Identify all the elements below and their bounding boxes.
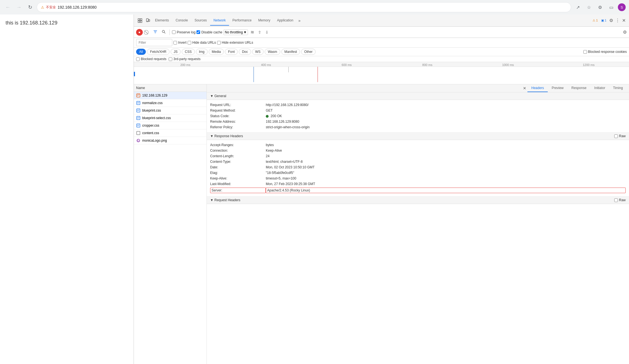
- device-icon-button[interactable]: [144, 17, 152, 24]
- filter-tag-wasm[interactable]: Wasm: [265, 49, 280, 55]
- accept-ranges-value: bytes: [266, 143, 626, 147]
- bookmark-button[interactable]: ☆: [584, 3, 593, 12]
- share-button[interactable]: ↗: [573, 3, 582, 12]
- response-raw-checkbox[interactable]: Raw: [614, 134, 626, 138]
- table-row[interactable]: blueprint.css: [134, 107, 207, 114]
- detail-tab-initiator[interactable]: Initiator: [590, 84, 609, 92]
- tab-sources[interactable]: Sources: [191, 16, 210, 26]
- preserve-log-checkbox[interactable]: Preserve log: [172, 30, 195, 34]
- close-detail-button[interactable]: ✕: [522, 85, 527, 92]
- filter-tag-manifest[interactable]: Manifest: [281, 49, 300, 55]
- detail-tab-timing[interactable]: Timing: [609, 84, 627, 92]
- response-raw-input[interactable]: [614, 134, 618, 138]
- preserve-log-input[interactable]: [172, 30, 176, 34]
- window-button[interactable]: ▭: [607, 3, 616, 12]
- table-row[interactable]: monicaLogo.png: [134, 137, 207, 144]
- warning-badge[interactable]: ⚠ 1: [591, 18, 599, 23]
- third-party-input[interactable]: [169, 57, 172, 61]
- response-headers-title[interactable]: ▼ Response Headers: [210, 134, 243, 138]
- table-row[interactable]: cropper.css: [134, 122, 207, 129]
- request-raw-checkbox[interactable]: Raw: [614, 198, 626, 202]
- request-headers-title[interactable]: ▼ Request Headers: [210, 198, 240, 202]
- device-icon: [146, 18, 150, 23]
- upload-icon-button[interactable]: ⇧: [257, 29, 263, 35]
- back-button[interactable]: ←: [3, 3, 12, 12]
- table-row[interactable]: blueprint-select.css: [134, 114, 207, 122]
- address-bar[interactable]: ⚠ 不安全 192.168.126.129:8080: [37, 2, 571, 12]
- browser-toolbar: ← → ↻ ⚠ 不安全 192.168.126.129:8080 ↗ ☆ ⚙ ▭…: [0, 0, 629, 14]
- table-row[interactable]: content.css: [134, 129, 207, 137]
- invert-checkbox[interactable]: Invert: [173, 41, 186, 45]
- tab-console[interactable]: Console: [172, 16, 191, 26]
- hide-data-urls-input[interactable]: [188, 41, 191, 45]
- response-headers-section-header[interactable]: ▼ Response Headers Raw: [207, 132, 629, 140]
- devtools-more-button[interactable]: ⋮: [614, 17, 621, 24]
- filter-tag-doc[interactable]: Doc: [239, 49, 251, 55]
- disable-cache-input[interactable]: [196, 30, 200, 34]
- filter-tag-js[interactable]: JS: [171, 49, 181, 55]
- tab-memory[interactable]: Memory: [255, 16, 274, 26]
- avatar[interactable]: S: [618, 3, 626, 11]
- search-button[interactable]: [160, 29, 167, 35]
- hide-data-urls-checkbox[interactable]: Hide data URLs: [188, 41, 216, 45]
- devtools-close-button[interactable]: ✕: [621, 17, 627, 24]
- detail-tab-response[interactable]: Response: [567, 84, 590, 92]
- filter-tag-xhr[interactable]: Fetch/XHR: [147, 49, 169, 55]
- timeline-bar: [134, 72, 135, 76]
- filter-input[interactable]: [136, 39, 172, 46]
- header-row: Status Code: 200 OK: [210, 113, 626, 119]
- filter-tag-font[interactable]: Font: [225, 49, 238, 55]
- wifi-icon-button[interactable]: ≋: [249, 29, 255, 35]
- tab-elements[interactable]: Elements: [152, 16, 172, 26]
- filter-button[interactable]: [152, 29, 159, 35]
- tab-performance[interactable]: Performance: [229, 16, 255, 26]
- throttle-select[interactable]: No throttling ▼: [223, 29, 248, 35]
- reload-button[interactable]: ↻: [26, 3, 35, 12]
- filter-icon: [153, 30, 157, 34]
- header-row: Content-Length: 24: [210, 153, 626, 159]
- forward-button[interactable]: →: [14, 3, 23, 12]
- grid-icon-button[interactable]: [136, 17, 144, 24]
- table-row[interactable]: 192.168.126.129: [134, 92, 207, 99]
- blocked-cookies-checkbox[interactable]: Blocked response cookies: [583, 50, 627, 54]
- detail-tab-preview[interactable]: Preview: [548, 84, 567, 92]
- blocked-requests-checkbox[interactable]: Blocked requests: [136, 57, 166, 61]
- devtools-settings-button[interactable]: ⚙: [608, 17, 614, 24]
- extra-filter-row: Blocked requests 3rd-party requests: [134, 56, 629, 62]
- file-name: blueprint.css: [142, 109, 161, 112]
- filter-tag-media[interactable]: Media: [209, 49, 224, 55]
- more-tabs-button[interactable]: »: [297, 17, 302, 24]
- request-raw-input[interactable]: [614, 198, 618, 202]
- blocked-cookies-input[interactable]: [583, 50, 587, 54]
- hide-data-urls-label: Hide data URLs: [192, 41, 216, 45]
- blocked-requests-input[interactable]: [136, 57, 140, 61]
- table-row[interactable]: normalize.css: [134, 99, 207, 107]
- tab-network[interactable]: Network: [210, 16, 229, 26]
- general-section-header[interactable]: ▼ General: [207, 92, 629, 100]
- disable-cache-label: Disable cache: [201, 30, 222, 34]
- header-row: Content-Type: text/html; charset=UTF-8: [210, 159, 626, 164]
- filter-tag-ws[interactable]: WS: [252, 49, 264, 55]
- filter-tag-img[interactable]: Img: [196, 49, 208, 55]
- filter-tag-css[interactable]: CSS: [182, 49, 195, 55]
- disable-cache-checkbox[interactable]: Disable cache: [196, 30, 222, 34]
- info-badge[interactable]: ▣ 1: [599, 18, 608, 23]
- filter-tag-all[interactable]: All: [136, 49, 146, 55]
- invert-input[interactable]: [173, 41, 177, 45]
- clear-button[interactable]: ⃠: [144, 29, 151, 36]
- file-name: content.css: [142, 131, 159, 135]
- svg-point-28: [137, 139, 140, 142]
- record-button[interactable]: ●: [136, 29, 143, 36]
- network-settings-button[interactable]: ⚙: [623, 29, 627, 35]
- filter-tag-other[interactable]: Other: [301, 49, 316, 55]
- download-icon-button[interactable]: ⇩: [264, 29, 270, 35]
- blocked-requests-label: Blocked requests: [141, 57, 166, 61]
- content-length-key: Content-Length:: [210, 154, 266, 158]
- extension-button[interactable]: ⚙: [596, 3, 605, 12]
- tab-application[interactable]: Application: [274, 16, 297, 26]
- third-party-checkbox[interactable]: 3rd-party requests: [169, 57, 200, 61]
- request-headers-section-header[interactable]: ▼ Request Headers Raw: [207, 196, 629, 204]
- detail-tab-headers[interactable]: Headers: [527, 84, 548, 92]
- hide-ext-urls-checkbox[interactable]: Hide extension URLs: [217, 41, 253, 45]
- hide-ext-urls-input[interactable]: [217, 41, 221, 45]
